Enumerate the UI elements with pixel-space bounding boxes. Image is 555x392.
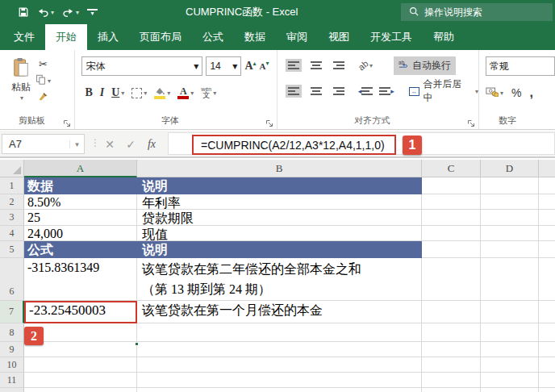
row-header-8[interactable]: 8 bbox=[0, 323, 24, 342]
cell-b5[interactable]: 说明 bbox=[137, 241, 422, 258]
cancel-button[interactable]: ✕ bbox=[100, 134, 119, 154]
alignment-dialog-launcher[interactable] bbox=[467, 118, 475, 126]
bold-button[interactable]: B bbox=[85, 86, 92, 99]
cell-d10[interactable] bbox=[481, 357, 539, 373]
cell-d2[interactable] bbox=[481, 194, 539, 210]
tab-help[interactable]: 帮助 bbox=[423, 24, 465, 50]
cell-b10[interactable] bbox=[137, 357, 422, 373]
cell-e7[interactable] bbox=[539, 301, 555, 323]
tab-page-layout[interactable]: 页面布局 bbox=[129, 24, 192, 50]
cell-e5[interactable] bbox=[539, 241, 555, 258]
formula-input[interactable]: =CUMPRINC(A2/12,A3*12,A4,1,1,0) 1 bbox=[168, 132, 555, 155]
cell-b11[interactable] bbox=[137, 373, 422, 388]
underline-button[interactable]: U▾ bbox=[111, 86, 124, 99]
tab-developer[interactable]: 开发工具 bbox=[360, 24, 423, 50]
redo-button[interactable]: ▾ bbox=[62, 7, 79, 18]
cell-b12[interactable] bbox=[137, 388, 422, 392]
cell-e4[interactable] bbox=[539, 226, 555, 241]
row-header-1[interactable]: 1 bbox=[0, 177, 24, 194]
cell-c7[interactable] bbox=[422, 301, 481, 323]
align-top-button[interactable] bbox=[286, 59, 302, 72]
clipboard-dialog-launcher[interactable] bbox=[63, 118, 71, 126]
cell-a2[interactable]: 8.50% bbox=[24, 194, 137, 210]
cell-d8[interactable] bbox=[481, 323, 539, 342]
increase-font-button[interactable]: A▴ bbox=[244, 60, 256, 73]
align-right-button[interactable] bbox=[331, 85, 347, 98]
cell-e3[interactable] bbox=[539, 210, 555, 226]
column-header-a[interactable]: A bbox=[24, 160, 137, 177]
cell-a7-active[interactable]: -23.25450003 bbox=[24, 301, 137, 323]
cell-e12[interactable] bbox=[539, 388, 555, 392]
decrease-indent-button[interactable]: ◂ bbox=[358, 87, 373, 95]
copy-button[interactable]: ▾ bbox=[35, 74, 51, 87]
decrease-font-button[interactable]: A▾ bbox=[260, 61, 269, 71]
row-header-9[interactable]: 9 bbox=[0, 342, 24, 357]
tab-insert[interactable]: 插入 bbox=[87, 24, 129, 50]
cell-c3[interactable] bbox=[422, 210, 481, 226]
orientation-button[interactable]: ab▾ bbox=[358, 60, 373, 70]
font-name-combo[interactable]: 宋体 ▾ bbox=[81, 56, 202, 76]
tab-file[interactable]: 文件 bbox=[3, 24, 45, 50]
borders-button[interactable]: ▾ bbox=[131, 88, 147, 98]
column-header-c[interactable]: C bbox=[422, 160, 481, 177]
row-header-3[interactable]: 3 bbox=[0, 210, 24, 226]
cell-e6[interactable] bbox=[539, 258, 555, 301]
save-button[interactable] bbox=[18, 6, 29, 18]
fill-handle[interactable] bbox=[135, 342, 139, 346]
cell-e10[interactable] bbox=[539, 357, 555, 373]
column-header-b[interactable]: B bbox=[137, 160, 422, 177]
number-format-combo[interactable]: 常规 bbox=[486, 56, 555, 76]
align-bottom-button[interactable] bbox=[331, 59, 347, 72]
cell-e8[interactable] bbox=[539, 323, 555, 342]
tab-home[interactable]: 开始 bbox=[45, 24, 87, 50]
select-all-corner[interactable] bbox=[0, 160, 24, 177]
cell-c6[interactable] bbox=[422, 258, 481, 301]
cell-a6[interactable]: -315.8361349 bbox=[24, 258, 137, 301]
cell-d6[interactable] bbox=[481, 258, 539, 301]
cell-e1[interactable] bbox=[539, 177, 555, 194]
phonetic-guide-button[interactable]: wén 文 ▾ bbox=[201, 86, 216, 99]
cell-b7[interactable]: 该笔贷款在第一个月偿还的本金 bbox=[137, 301, 422, 323]
align-left-button[interactable] bbox=[286, 85, 302, 98]
row-header-11[interactable]: 11 bbox=[0, 373, 24, 388]
cell-c12[interactable] bbox=[422, 388, 481, 392]
cell-d5[interactable] bbox=[481, 241, 539, 258]
cell-d7[interactable] bbox=[481, 301, 539, 323]
cell-b8[interactable] bbox=[137, 323, 422, 342]
row-header-5[interactable]: 5 bbox=[0, 241, 24, 258]
row-header-10[interactable]: 10 bbox=[0, 357, 24, 373]
cell-d1[interactable] bbox=[481, 177, 539, 194]
cell-c4[interactable] bbox=[422, 226, 481, 241]
cell-e11[interactable] bbox=[539, 373, 555, 388]
font-size-combo[interactable]: 14 ▾ bbox=[206, 56, 241, 76]
cell-a10[interactable] bbox=[24, 357, 137, 373]
cell-d12[interactable] bbox=[481, 388, 539, 392]
cell-d9[interactable] bbox=[481, 342, 539, 357]
cell-b4[interactable]: 现值 bbox=[137, 226, 422, 241]
merge-center-button[interactable]: ↔ 合并后居中 ▾ bbox=[409, 77, 478, 105]
cell-d4[interactable] bbox=[481, 226, 539, 241]
cell-d3[interactable] bbox=[481, 210, 539, 226]
cell-c2[interactable] bbox=[422, 194, 481, 210]
tab-data[interactable]: 数据 bbox=[234, 24, 276, 50]
cell-b6[interactable]: 该笔贷款在第二年偿还的全部本金之和 （第 13 期到第 24 期） bbox=[137, 258, 422, 301]
cell-a1[interactable]: 数据 bbox=[24, 177, 137, 194]
tab-formulas[interactable]: 公式 bbox=[192, 24, 234, 50]
cell-a11[interactable] bbox=[24, 373, 137, 388]
row-header-2[interactable]: 2 bbox=[0, 194, 24, 210]
row-header-6[interactable]: 6 bbox=[0, 258, 24, 301]
cell-b3[interactable]: 贷款期限 bbox=[137, 210, 422, 226]
cell-b2[interactable]: 年利率 bbox=[137, 194, 422, 210]
format-painter-button[interactable] bbox=[35, 91, 51, 104]
cell-c5[interactable] bbox=[422, 241, 481, 258]
cell-c10[interactable] bbox=[422, 357, 481, 373]
cell-e2[interactable] bbox=[539, 194, 555, 210]
name-box[interactable]: A7 ▾ bbox=[2, 134, 85, 154]
accounting-format-button[interactable]: ▾ bbox=[486, 86, 503, 99]
increase-indent-button[interactable]: ▸ bbox=[379, 87, 394, 95]
cell-b1[interactable]: 说明 bbox=[137, 177, 422, 194]
align-middle-button[interactable] bbox=[308, 59, 324, 72]
font-color-button[interactable]: A ▾ bbox=[177, 87, 194, 99]
tab-view[interactable]: 视图 bbox=[318, 24, 360, 50]
enter-button[interactable]: ✓ bbox=[121, 134, 140, 154]
